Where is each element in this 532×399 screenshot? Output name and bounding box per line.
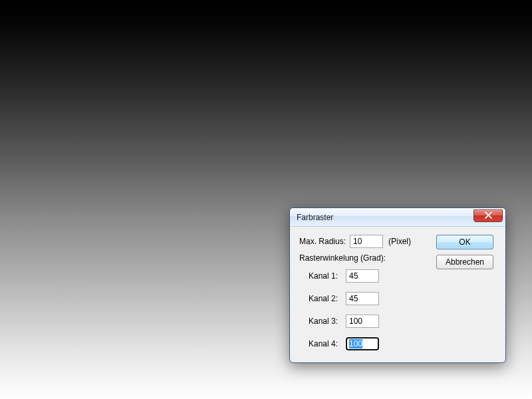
channel-1-input[interactable] bbox=[346, 269, 379, 283]
cancel-button[interactable]: Abbrechen bbox=[436, 255, 493, 269]
channel-3-input[interactable] bbox=[346, 315, 379, 328]
raster-angle-header: Rasterwinkelung (Grad): bbox=[299, 253, 431, 263]
ok-button[interactable]: OK bbox=[436, 235, 493, 249]
close-icon bbox=[485, 211, 492, 221]
farbraster-dialog: Farbraster Max. Radius: (Pixel) Rasterwi… bbox=[289, 207, 506, 363]
channel-4-input[interactable] bbox=[346, 337, 379, 350]
channel-2-label: Kanal 2: bbox=[309, 294, 346, 303]
channel-2-input[interactable] bbox=[346, 292, 379, 305]
close-button[interactable] bbox=[473, 209, 503, 222]
titlebar[interactable]: Farbraster bbox=[290, 208, 505, 227]
dialog-title: Farbraster bbox=[297, 213, 333, 222]
max-radius-unit: (Pixel) bbox=[388, 237, 411, 246]
max-radius-label: Max. Radius: bbox=[299, 237, 350, 246]
channel-4-label: Kanal 4: bbox=[309, 339, 346, 348]
channel-3-label: Kanal 3: bbox=[309, 317, 346, 326]
channel-1-label: Kanal 1: bbox=[309, 271, 346, 281]
max-radius-input[interactable] bbox=[350, 235, 383, 248]
